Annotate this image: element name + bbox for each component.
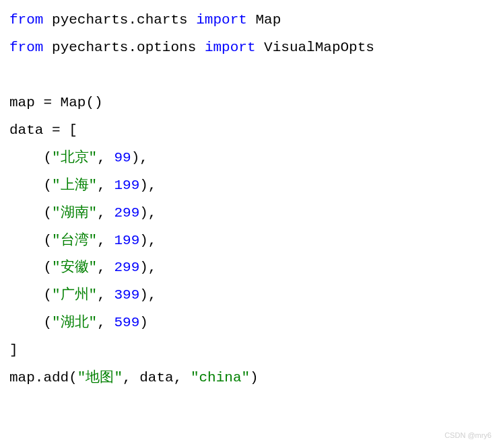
number-literal: 299 xyxy=(114,260,139,275)
indent: ( xyxy=(9,178,52,193)
code-line-13: ] xyxy=(9,337,494,365)
line-end: ), xyxy=(139,178,156,193)
code-line-7: ("上海", 199), xyxy=(9,172,494,200)
import-item: VisualMapOpts xyxy=(256,40,374,55)
separator: , data, xyxy=(123,370,191,385)
code-line-14: map.add("地图", data, "china") xyxy=(9,365,494,392)
line-end: ), xyxy=(139,205,156,221)
line-end: ), xyxy=(131,150,148,165)
import-item: Map xyxy=(247,12,281,28)
number-literal: 199 xyxy=(114,233,139,248)
code-line-5: data = [ xyxy=(9,117,494,145)
keyword-import: import xyxy=(205,40,256,55)
code-line-11: ("广州", 399), xyxy=(9,282,494,309)
keyword-import: import xyxy=(196,12,247,28)
line-end: ) xyxy=(139,315,148,330)
number-literal: 99 xyxy=(114,150,131,165)
separator: , xyxy=(97,205,114,221)
line-end: ), xyxy=(139,287,156,303)
number-literal: 599 xyxy=(114,315,139,330)
string-literal: "台湾" xyxy=(52,233,97,248)
indent: ( xyxy=(9,287,52,303)
code-line-blank xyxy=(9,62,494,89)
separator: , xyxy=(97,178,114,193)
number-literal: 199 xyxy=(114,178,139,193)
code-line-6: ("北京", 99), xyxy=(9,145,494,172)
code-line-1: from pyecharts.charts import Map xyxy=(9,7,494,34)
separator: , xyxy=(97,287,114,303)
string-literal: "上海" xyxy=(52,178,97,193)
indent: ( xyxy=(9,260,52,275)
separator: , xyxy=(97,260,114,275)
string-literal: "北京" xyxy=(52,150,97,165)
indent: ( xyxy=(9,205,52,221)
code-line-8: ("湖南", 299), xyxy=(9,200,494,227)
string-literal: "湖北" xyxy=(52,315,97,330)
indent: ( xyxy=(9,150,52,165)
call-prefix: map.add( xyxy=(9,370,77,385)
indent: ( xyxy=(9,233,52,248)
number-literal: 399 xyxy=(114,287,139,303)
code-line-10: ("安徽", 299), xyxy=(9,254,494,282)
line-end: ), xyxy=(139,233,156,248)
string-literal: "湖南" xyxy=(52,205,97,221)
code-block: from pyecharts.charts import Map from py… xyxy=(9,7,494,392)
watermark-text: CSDN @mry6 xyxy=(444,428,492,443)
code-line-12: ("湖北", 599) xyxy=(9,309,494,337)
separator: , xyxy=(97,315,114,330)
string-literal: "地图" xyxy=(77,370,123,385)
keyword-from: from xyxy=(9,40,43,55)
code-line-9: ("台湾", 199), xyxy=(9,227,494,255)
separator: , xyxy=(97,233,114,248)
number-literal: 299 xyxy=(114,205,139,221)
line-end: ), xyxy=(139,260,156,275)
code-line-2: from pyecharts.options import VisualMapO… xyxy=(9,34,494,62)
indent: ( xyxy=(9,315,52,330)
module-name: pyecharts.charts xyxy=(43,12,196,28)
module-name: pyecharts.options xyxy=(43,40,204,55)
keyword-from: from xyxy=(9,12,43,28)
string-literal: "china" xyxy=(191,370,250,385)
string-literal: "安徽" xyxy=(52,260,97,275)
code-line-4: map = Map() xyxy=(9,89,494,117)
line-end: ) xyxy=(250,370,259,385)
separator: , xyxy=(97,150,114,165)
string-literal: "广州" xyxy=(52,287,97,303)
